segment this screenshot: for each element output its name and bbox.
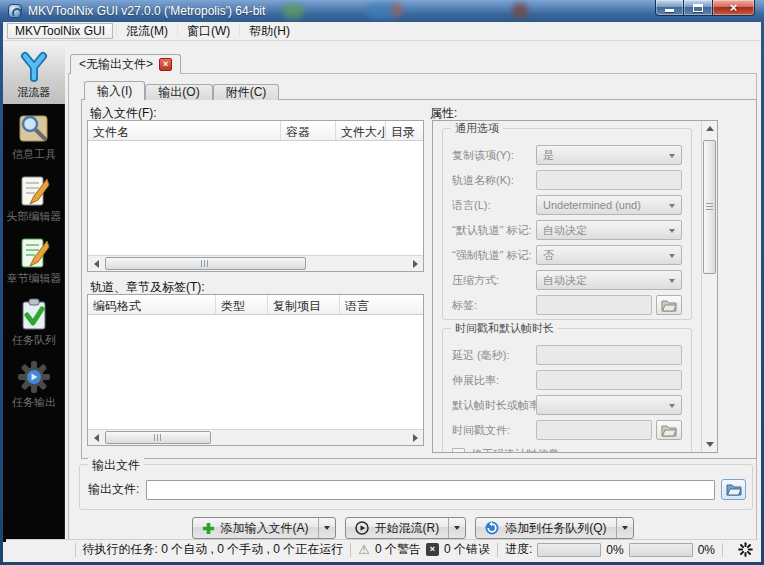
source-files-table-body[interactable] (88, 141, 423, 255)
add-to-queue-menu-button[interactable] (616, 518, 633, 538)
sidebar-item-label: 任务队列 (12, 334, 56, 346)
browse-file-icon (726, 483, 742, 496)
field-label: 轨道名称(K): (452, 173, 536, 188)
column-header-type[interactable]: 类型 (216, 295, 268, 314)
header-editor-icon (16, 173, 52, 209)
column-header-container[interactable]: 容器 (281, 121, 336, 140)
column-header-filename[interactable]: 文件名 (88, 121, 281, 140)
sidebar-item-header-editor[interactable]: 头部编辑器 (3, 166, 65, 228)
action-buttons-row: 添加输入文件(A) 开始混流(R) (69, 517, 756, 539)
tab-label: <无输出文件> (79, 56, 153, 73)
scrollbar-thumb[interactable] (703, 140, 716, 274)
button-label: 添加输入文件(A) (221, 520, 309, 537)
main-content: <无输出文件> × 输入(I) 输出(O) 附件(C) 输入文件(F): (66, 42, 761, 542)
sidebar-item-multiplexer[interactable]: 混流器 (3, 42, 65, 104)
field-row: 语言(L): Undetermined (und) (452, 195, 682, 215)
sidebar-item-label: 章节编辑器 (7, 272, 62, 284)
checkbox-label: 修正码流计时信息 (471, 447, 559, 453)
field-row: 伸展比率: (452, 370, 682, 390)
tab-no-output-file[interactable]: <无输出文件> × (70, 54, 181, 74)
column-header-codec[interactable]: 编码格式 (88, 295, 216, 314)
menu-help[interactable]: 帮助(H) (241, 22, 298, 40)
errors-text: 0 个错误 (444, 541, 490, 558)
default-duration-select (536, 395, 682, 415)
menu-multiplexer[interactable]: 混流(M) (118, 22, 176, 40)
input-tab-pane: 输入文件(F): 文件名 容器 文件大小 目录 (81, 99, 757, 459)
arrow-right-icon (413, 260, 418, 268)
tab-input[interactable]: 输入(I) (84, 81, 145, 100)
warnings-text: 0 个警告 (375, 541, 421, 558)
column-header-directory[interactable]: 目录 (386, 121, 423, 140)
tracks-table-header: 编码格式 类型 复制项目 语言 (88, 295, 423, 315)
sidebar-item-job-queue[interactable]: 任务队列 (3, 290, 65, 352)
default-track-select: 自动决定 (536, 220, 682, 240)
merge-icon (16, 49, 52, 85)
minimize-icon (665, 9, 674, 12)
sidebar-item-job-output[interactable]: 任务输出 (3, 352, 65, 414)
scroll-down-button[interactable] (702, 437, 718, 452)
field-row: 压缩方式: 自动决定 (452, 270, 682, 290)
scroll-left-button[interactable] (88, 430, 104, 445)
start-muxing-button[interactable]: 开始混流(R) (346, 518, 449, 538)
queue-progress-bar (629, 543, 693, 557)
sidebar-item-label: 头部编辑器 (7, 210, 62, 222)
grip-icon (706, 203, 713, 212)
field-label: 语言(L): (452, 198, 536, 213)
column-header-filesize[interactable]: 文件大小 (336, 121, 386, 140)
column-header-copy-item[interactable]: 复制项目 (268, 295, 340, 314)
pending-jobs-status: 待执行的任务: 0 个自动 , 0 个手动 , 0 个正在运行 (83, 541, 344, 558)
add-source-files-button[interactable]: 添加输入文件(A) (193, 518, 318, 538)
arrow-left-icon (94, 260, 99, 268)
fix-timing-checkbox-row: 修正码流计时信息 (452, 445, 682, 452)
tab-attachments[interactable]: 附件(C) (213, 84, 280, 100)
output-file-label: 输出文件: (88, 481, 146, 498)
start-muxing-split-button: 开始混流(R) (345, 517, 467, 539)
window-controls: × (655, 0, 755, 16)
chevron-down-icon (324, 526, 330, 530)
stretch-input (536, 370, 682, 390)
start-muxing-menu-button[interactable] (448, 518, 465, 538)
field-label: 时间戳文件: (452, 423, 536, 438)
vertical-scrollbar[interactable] (701, 121, 717, 452)
scroll-left-button[interactable] (88, 256, 104, 271)
add-to-queue-button[interactable]: 添加到任务队列(Q) (476, 518, 615, 538)
arrow-up-icon (706, 126, 714, 131)
horizontal-scrollbar[interactable] (88, 429, 423, 445)
minimize-button[interactable] (655, 0, 684, 16)
menu-bar: MKVToolNix GUI 混流(M) 窗口(W) 帮助(H) (3, 22, 761, 41)
sidebar-item-label: 信息工具 (12, 148, 56, 160)
sidebar-item-chapter-editor[interactable]: 章节编辑器 (3, 228, 65, 290)
titlebar[interactable]: MKVToolNix GUI v27.0.0 ('Metropolis') 64… (0, 0, 764, 22)
sidebar-item-label: 混流器 (18, 86, 51, 98)
tracks-table-body[interactable] (88, 315, 423, 429)
field-label: “强制轨道” 标记: (452, 248, 536, 263)
output-browse-button[interactable] (721, 479, 746, 500)
scroll-up-button[interactable] (702, 121, 718, 136)
maximize-button[interactable] (684, 0, 712, 16)
sidebar-item-info-tool[interactable]: 信息工具 (3, 104, 65, 166)
scroll-right-button[interactable] (407, 430, 423, 445)
chevron-down-icon (669, 254, 675, 258)
field-row: 延迟 (毫秒): (452, 345, 682, 365)
menu-window[interactable]: 窗口(W) (179, 22, 238, 40)
tab-close-icon[interactable]: × (159, 58, 172, 71)
aero-glass-reflection (282, 3, 304, 19)
scrollbar-thumb[interactable] (105, 431, 211, 444)
horizontal-scrollbar[interactable] (88, 255, 423, 271)
scroll-right-button[interactable] (407, 256, 423, 271)
tab-output[interactable]: 输出(O) (145, 84, 212, 100)
output-file-input[interactable] (146, 480, 715, 500)
scrollbar-thumb[interactable] (105, 257, 306, 270)
column-header-language[interactable]: 语言 (340, 295, 423, 314)
copy-item-select: 是 (536, 145, 682, 165)
chevron-down-icon (454, 526, 460, 530)
chevron-down-icon (669, 279, 675, 283)
field-label: 压缩方式: (452, 273, 536, 288)
menu-mkvtoolnix-gui[interactable]: MKVToolNix GUI (7, 23, 113, 39)
progress-label: 进度: (505, 541, 532, 558)
delay-input (536, 345, 682, 365)
close-button[interactable]: × (712, 0, 755, 16)
add-source-files-menu-button[interactable] (318, 518, 335, 538)
group-title: 时间戳和默认帧时长 (451, 321, 558, 336)
group-title: 输出文件 (88, 457, 144, 474)
